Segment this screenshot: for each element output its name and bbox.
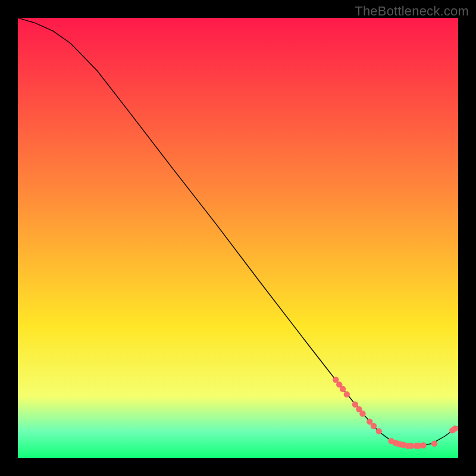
- data-point: [376, 428, 382, 434]
- data-point: [420, 442, 426, 448]
- data-point: [431, 440, 437, 446]
- data-point: [344, 392, 350, 397]
- data-point: [352, 402, 358, 408]
- data-point: [340, 386, 346, 392]
- data-point: [452, 425, 458, 431]
- plot-frame: [18, 18, 458, 458]
- data-point: [359, 411, 365, 416]
- data-point: [371, 423, 377, 429]
- chart-svg: [18, 18, 458, 458]
- data-point: [408, 443, 414, 449]
- watermark-text: TheBottleneck.com: [355, 4, 469, 19]
- chart-container: TheBottleneck.com: [0, 0, 476, 476]
- gradient-background: [18, 18, 458, 458]
